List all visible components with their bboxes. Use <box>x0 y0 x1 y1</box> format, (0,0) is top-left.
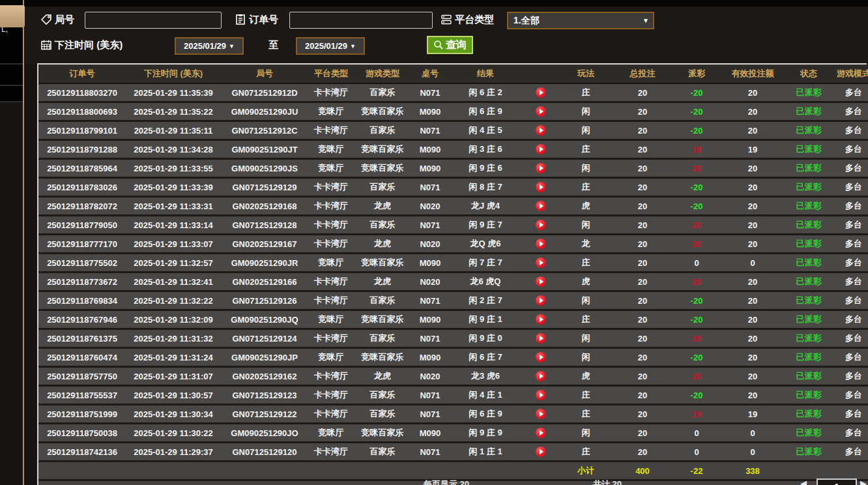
cell-valid_bet: 20 <box>720 216 785 235</box>
prev-page-button[interactable]: ◀ <box>800 478 807 485</box>
cell-payout: -20 <box>673 348 720 367</box>
sidebar-menu-item[interactable] <box>0 65 23 86</box>
play-video-icon[interactable] <box>536 333 546 344</box>
play-video-icon[interactable] <box>536 163 546 173</box>
cell-payout: 0 <box>673 443 720 462</box>
cell-valid_bet: 20 <box>720 291 785 310</box>
table-row: 2501291187519992025-01-29 11:30:34GN0712… <box>38 405 868 424</box>
play-video-icon[interactable] <box>536 276 546 287</box>
cell-play_icon <box>522 424 560 443</box>
cell-mode: 多台 <box>832 197 868 216</box>
cell-result: 龙3 虎6 <box>449 367 522 386</box>
table-row: 2501291187604742025-01-29 11:31:24GM0902… <box>38 348 868 367</box>
cell-valid_bet: 20 <box>720 272 785 291</box>
chevron-down-icon: ▼ <box>639 17 653 24</box>
play-video-icon[interactable] <box>536 409 546 419</box>
cell-order_id: 250129118760474 <box>38 348 126 367</box>
play-video-icon[interactable] <box>536 428 546 438</box>
play-video-icon[interactable] <box>536 352 546 362</box>
cell-result: 闲 6 庄 9 <box>449 405 522 424</box>
table-row: 2501291187830262025-01-29 11:33:39GN0712… <box>38 178 868 197</box>
date-to-picker[interactable]: 2025/01/29 ▼ <box>296 37 365 55</box>
order-input[interactable] <box>289 12 433 29</box>
platform-select[interactable]: 1.全部 ▼ <box>507 12 654 29</box>
cell-round_id: GN07125129123 <box>221 386 308 405</box>
sidebar-menu: L, <box>0 23 23 102</box>
play-video-icon[interactable] <box>536 314 546 325</box>
play-video-icon[interactable] <box>536 106 546 117</box>
cell-play: 虎 <box>560 197 612 216</box>
cell-order_id: 250129118782072 <box>38 197 126 216</box>
cell-status: 已派彩 <box>785 235 832 254</box>
cell-valid_bet: 20 <box>720 197 785 216</box>
cell-mode: 多台 <box>832 140 868 159</box>
column-header-9: 总投注 <box>612 65 673 83</box>
column-header-0: 订单号 <box>38 65 126 83</box>
play-video-icon[interactable] <box>536 239 546 249</box>
pagination-bar: 每页显示 20 共计 20 ◀ 1 ▶ ▶| <box>25 477 868 485</box>
cell-round_id: GN02025129162 <box>221 367 308 386</box>
sidebar-menu-item[interactable]: L, <box>0 23 23 65</box>
cell-valid_bet: 20 <box>720 178 785 197</box>
cell-play: 闲 <box>560 102 612 121</box>
sidebar-menu-item[interactable] <box>0 86 23 102</box>
page-number-input[interactable]: 1 <box>817 478 857 485</box>
cell-valid_bet: 20 <box>720 329 785 348</box>
cell-total_bet: 20 <box>612 197 673 216</box>
cell-payout: 20 <box>673 216 720 235</box>
play-video-icon[interactable] <box>536 182 546 192</box>
cell-order_id: 250129118767946 <box>38 310 126 329</box>
cell-status: 已派彩 <box>785 178 832 197</box>
cell-mode: 多台 <box>832 386 868 405</box>
cell-play_icon <box>522 197 560 216</box>
table-row: 2501291187790502025-01-29 11:33:14GN0712… <box>38 216 868 235</box>
cell-platform: 卡卡湾厅 <box>308 272 354 291</box>
cell-total_bet: 20 <box>612 83 673 102</box>
cell-mode: 多台 <box>832 235 868 254</box>
cell-total_bet: 20 <box>612 159 673 178</box>
play-video-icon[interactable] <box>536 390 546 400</box>
play-video-icon[interactable] <box>536 144 546 154</box>
order-icon <box>235 14 246 25</box>
cell-platform: 卡卡湾厅 <box>308 83 354 102</box>
play-video-icon[interactable] <box>536 371 546 381</box>
cell-status: 已派彩 <box>785 254 832 272</box>
cell-play: 虎 <box>560 272 612 291</box>
cell-total_bet: 20 <box>612 424 673 443</box>
play-video-icon[interactable] <box>536 201 546 211</box>
query-button[interactable]: 查询 <box>427 36 473 54</box>
cell-bet_time: 2025-01-29 11:33:14 <box>126 216 221 235</box>
cell-play_icon <box>522 83 560 102</box>
cell-valid_bet: 0 <box>720 443 785 462</box>
cell-platform: 卡卡湾厅 <box>308 405 354 424</box>
column-header-4: 游戏类型 <box>354 65 411 83</box>
cell-order_id: 250129118775502 <box>38 254 126 272</box>
cell-platform: 竞咪厅 <box>308 348 354 367</box>
cell-payout: -20 <box>673 102 720 121</box>
play-video-icon[interactable] <box>536 257 546 268</box>
cell-order_id: 250129118779050 <box>38 216 126 235</box>
column-header-1: 下注时间 (美东) <box>126 65 221 83</box>
cell-game_type: 竞咪百家乐 <box>354 310 411 329</box>
date-from-picker[interactable]: 2025/01/29 ▼ <box>175 37 244 55</box>
cell-game_type: 百家乐 <box>354 83 411 102</box>
play-video-icon[interactable] <box>536 125 546 136</box>
cell-table_id: M090 <box>411 348 449 367</box>
cell-play_icon <box>522 140 560 159</box>
play-video-icon[interactable] <box>536 447 546 457</box>
round-input[interactable] <box>85 12 222 29</box>
next-page-button[interactable]: ▶ <box>860 478 867 485</box>
round-label: 局号 <box>55 14 74 26</box>
cell-bet_time: 2025-01-29 11:35:39 <box>126 83 221 102</box>
play-video-icon[interactable] <box>536 295 546 306</box>
cell-result: 闲 3 庄 6 <box>449 140 522 159</box>
play-video-icon[interactable] <box>536 220 546 230</box>
cell-result: 闲 2 庄 7 <box>449 291 522 310</box>
cell-mode: 多台 <box>832 310 868 329</box>
play-video-icon[interactable] <box>536 87 546 98</box>
cell-platform: 卡卡湾厅 <box>308 178 354 197</box>
cell-result: 闲 9 庄 0 <box>449 329 522 348</box>
tag-icon <box>40 14 52 25</box>
cell-table_id: N020 <box>411 272 449 291</box>
cell-play_icon <box>522 121 560 140</box>
